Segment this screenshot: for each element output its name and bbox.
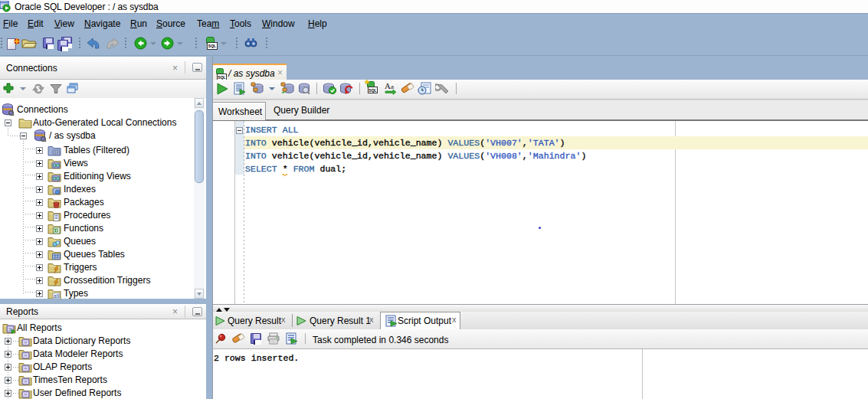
svg-text:A: A xyxy=(385,81,391,90)
svg-text:a9: a9 xyxy=(54,293,60,299)
svg-text:a: a xyxy=(391,83,394,90)
